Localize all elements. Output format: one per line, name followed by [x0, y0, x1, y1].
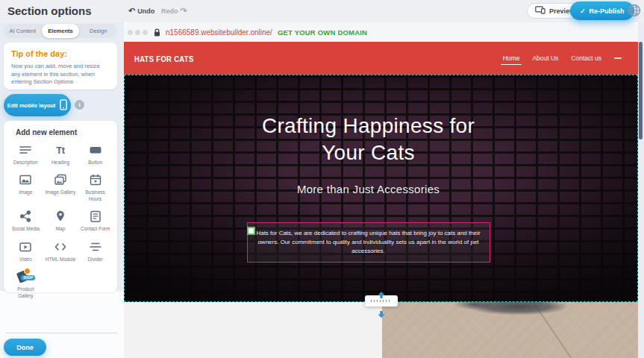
- element-label: Product Gallery: [9, 286, 42, 299]
- nav-about-us[interactable]: About Us: [532, 51, 558, 65]
- undo-button[interactable]: ↶Undo: [128, 6, 154, 16]
- image-icon: [18, 172, 33, 187]
- heading-icon: Tt: [56, 142, 64, 157]
- nav-home[interactable]: Home: [503, 51, 520, 65]
- tab-ai-content[interactable]: AI Content: [4, 24, 42, 38]
- add-element-contact-form[interactable]: Contact Form: [78, 209, 113, 232]
- element-label: Description: [13, 160, 38, 166]
- chrome-dot: [128, 30, 133, 35]
- element-label: Heading: [51, 160, 69, 166]
- element-drag-handle[interactable]: [247, 227, 255, 235]
- browser-chrome: n1566589.websitebuilder.online/ GET YOUR…: [124, 22, 638, 42]
- element-label: Video: [19, 257, 32, 263]
- site-url[interactable]: n1566589.websitebuilder.online/: [166, 28, 272, 37]
- hero-paragraph-text: Hats for Cats, we are dedicated to craft…: [252, 229, 485, 256]
- share-icon: [18, 209, 33, 224]
- done-button[interactable]: Done: [4, 339, 46, 356]
- redo-button[interactable]: Redo↷: [161, 6, 187, 16]
- globe-language-icon[interactable]: [627, 3, 642, 18]
- hero-paragraph-selected[interactable]: Hats for Cats, we are dedicated to craft…: [247, 222, 490, 263]
- add-element-panel: Add new element Description Tt Heading B…: [4, 121, 117, 292]
- image-gallery-icon: [53, 172, 68, 187]
- element-label: Button: [88, 160, 102, 166]
- nav-more-icon[interactable]: [614, 57, 622, 59]
- nav-contact-us[interactable]: Contact us: [571, 51, 601, 65]
- site-nav: Home About Us Contact us: [503, 51, 622, 65]
- lock-icon: [154, 28, 160, 37]
- video-icon: [18, 239, 33, 254]
- check-icon: ✓: [580, 7, 586, 15]
- add-element-button[interactable]: Button: [78, 142, 113, 166]
- business-hours-icon: [88, 172, 103, 187]
- phone-icon: [60, 99, 67, 112]
- element-label: Business Hours: [79, 189, 112, 202]
- edit-mobile-layout-button[interactable]: Edit mobile layout: [4, 94, 71, 116]
- add-element-title: Add new element: [16, 128, 113, 136]
- element-grid: Description Tt Heading Button Image Imag…: [8, 142, 113, 299]
- tip-of-the-day-card: Tip of the day: Now you can add, move an…: [4, 43, 117, 90]
- tab-design[interactable]: Design: [79, 24, 117, 38]
- hero-content: Crafting Happiness for Your Cats More th…: [125, 75, 637, 263]
- map-pin-icon: [53, 209, 68, 224]
- add-element-map[interactable]: Map: [43, 209, 78, 232]
- add-element-heading[interactable]: Tt Heading: [43, 142, 78, 166]
- add-element-product-gallery[interactable]: SHOP Product Gallery: [8, 269, 43, 299]
- element-label: Image Gallery: [46, 189, 75, 195]
- grip-dots-icon: [371, 300, 392, 302]
- tip-title: Tip of the day:: [11, 49, 110, 58]
- preview-scrollbar[interactable]: [638, 22, 644, 358]
- app-window: Section options ↶Undo Redo↷ Preview ✓ Re…: [0, 0, 644, 358]
- add-element-image[interactable]: Image: [8, 172, 43, 202]
- add-element-divider[interactable]: Divider: [78, 239, 113, 263]
- scrollbar-thumb[interactable]: [639, 42, 643, 139]
- element-label: Image: [19, 189, 32, 195]
- sidebar: AI Content Elements Design Tip of the da…: [0, 22, 124, 358]
- add-element-description[interactable]: Description: [8, 142, 43, 166]
- resize-down-arrow-icon: [378, 307, 385, 314]
- element-label: Divider: [88, 257, 103, 263]
- sidebar-tabbar: AI Content Elements Design: [4, 24, 117, 38]
- element-label: Contact Form: [81, 226, 110, 232]
- notification-badge: [24, 268, 31, 274]
- site-header: HATS FOR CATS Home About Us Contact us: [124, 42, 638, 75]
- sidebar-divider: [6, 333, 117, 333]
- add-element-business-hours[interactable]: Business Hours: [78, 172, 113, 202]
- get-domain-link[interactable]: GET YOUR OWN DOMAIN: [278, 28, 367, 37]
- devices-icon: [535, 6, 545, 16]
- next-section-blank[interactable]: [124, 302, 382, 358]
- add-element-image-gallery[interactable]: Image Gallery: [43, 172, 78, 202]
- add-element-video[interactable]: Video: [8, 239, 43, 263]
- button-icon: [88, 142, 103, 157]
- site-logo[interactable]: HATS FOR CATS: [134, 53, 194, 63]
- code-icon: [53, 239, 68, 254]
- product-gallery-icon: SHOP: [16, 269, 35, 284]
- tab-elements[interactable]: Elements: [42, 24, 80, 38]
- divider-icon: [88, 239, 103, 254]
- next-section-image[interactable]: [382, 302, 638, 358]
- shop-tag: SHOP: [21, 275, 35, 280]
- resize-up-arrow-icon: [378, 288, 385, 295]
- element-label: HTML Module: [46, 257, 76, 263]
- element-label: Map: [56, 226, 66, 232]
- tip-body: Now you can add, move and resize any ele…: [11, 63, 110, 87]
- hero-section[interactable]: Crafting Happiness for Your Cats More th…: [124, 75, 638, 302]
- page-title: Section options: [7, 4, 92, 17]
- undo-icon: ↶: [128, 6, 135, 15]
- redo-icon: ↷: [181, 6, 187, 15]
- hero-subheading[interactable]: More than Just Accessories: [297, 183, 440, 195]
- topbar: Section options ↶Undo Redo↷ Preview ✓ Re…: [0, 0, 644, 22]
- text-lines-icon: [18, 142, 33, 157]
- element-label: Social Media: [12, 226, 40, 232]
- info-icon[interactable]: i: [75, 100, 84, 110]
- hero-heading[interactable]: Crafting Happiness for Your Cats: [242, 113, 495, 167]
- site-preview: n1566589.websitebuilder.online/ GET YOUR…: [124, 22, 638, 358]
- chrome-dot: [135, 30, 140, 35]
- add-element-social-media[interactable]: Social Media: [8, 209, 43, 232]
- chrome-dot: [143, 30, 148, 35]
- contact-form-icon: [88, 209, 103, 224]
- republish-button[interactable]: ✓ Re-Publish: [570, 1, 634, 20]
- add-element-html-module[interactable]: HTML Module: [43, 239, 78, 263]
